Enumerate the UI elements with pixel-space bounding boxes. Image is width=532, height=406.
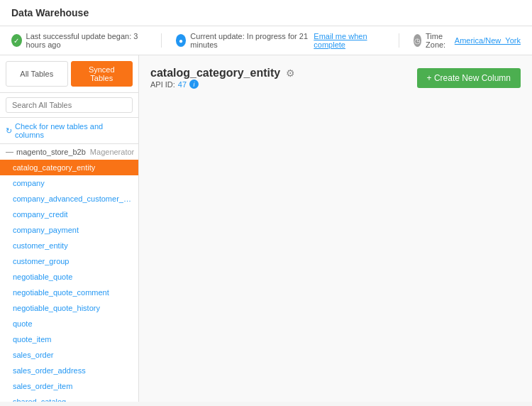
api-id-label: API ID: [150, 80, 175, 89]
timezone-icon: ◷ [414, 34, 421, 47]
sidebar-item-quote[interactable]: quote [0, 316, 138, 331]
status-bar: ✓ Last successful update began: 3 hours … [0, 26, 532, 55]
sidebar-tabs: All Tables Synced Tables [0, 55, 138, 93]
sidebar-item-negotiable-quote[interactable]: negotiable_quote [0, 269, 138, 285]
sidebar-item-customer-group[interactable]: customer_group [0, 253, 138, 269]
check-link-text: Check for new tables and columns [15, 122, 133, 139]
table-title: catalog_category_entity [150, 67, 280, 79]
sidebar-item-sales-order-address[interactable]: sales_order_address [0, 363, 138, 378]
group-name-magento: magento_store_b2b [16, 148, 86, 156]
last-update-status: ✓ Last successful update began: 3 hours … [11, 32, 147, 49]
main-layout: All Tables Synced Tables ↻ Check for new… [0, 55, 532, 402]
sidebar-items: — magento_store_b2b Magenerator catalog_… [0, 144, 138, 402]
sidebar: All Tables Synced Tables ↻ Check for new… [0, 55, 139, 402]
current-update-icon: ● [176, 34, 187, 47]
content-header: catalog_category_entity ⚙ API ID: 47 i +… [150, 67, 521, 89]
api-id-value[interactable]: 47 [178, 80, 187, 89]
main-content: catalog_category_entity ⚙ API ID: 47 i +… [139, 55, 532, 402]
sidebar-item-sales-order-item[interactable]: sales_order_item [0, 378, 138, 394]
sidebar-search-container [0, 93, 138, 118]
sidebar-item-negotiable-quote-comment[interactable]: negotiable_quote_comment [0, 285, 138, 300]
email-link[interactable]: Email me when complete [314, 32, 384, 49]
timezone-label: Time Zone: [426, 32, 450, 49]
search-input[interactable] [6, 97, 133, 113]
app-header: Data Warehouse [0, 0, 532, 26]
current-update-status: ● Current update: In progress for 21 min… [176, 32, 384, 49]
status-divider-2 [399, 33, 399, 48]
sidebar-item-company-credit[interactable]: company_credit [0, 207, 138, 222]
sidebar-item-catalog-category-entity[interactable]: catalog_category_entity [0, 160, 138, 175]
status-divider-1 [161, 33, 162, 48]
timezone-status: ◷ Time Zone: America/New_York [414, 32, 521, 49]
sidebar-item-negotiable-quote-history[interactable]: negotiable_quote_history [0, 300, 138, 316]
sidebar-item-quote-item[interactable]: quote_item [0, 331, 138, 347]
sidebar-item-customer-entity[interactable]: customer_entity [0, 238, 138, 253]
group-collapse-icon[interactable]: — [6, 148, 13, 156]
create-new-column-button[interactable]: + Create New Column [417, 68, 521, 88]
app-title: Data Warehouse [11, 7, 89, 18]
check-new-tables-link[interactable]: ↻ Check for new tables and columns [0, 118, 138, 144]
last-update-text: Last successful update began: 3 hours ag… [26, 32, 147, 49]
content-title-row: catalog_category_entity ⚙ [150, 67, 295, 79]
group-sublabel-magento: Magenerator [90, 148, 134, 156]
refresh-icon: ↻ [6, 126, 12, 136]
sidebar-item-sales-order[interactable]: sales_order [0, 347, 138, 363]
sidebar-item-company-advanced[interactable]: company_advanced_customer_entity [0, 191, 138, 207]
tab-all-tables[interactable]: All Tables [6, 61, 68, 87]
timezone-value[interactable]: America/New_York [455, 36, 521, 45]
last-update-icon: ✓ [11, 34, 22, 47]
sidebar-item-company[interactable]: company [0, 175, 138, 191]
sidebar-item-company-payment[interactable]: company_payment [0, 222, 138, 238]
group-header-magento: — magento_store_b2b Magenerator [0, 144, 138, 160]
settings-icon[interactable]: ⚙ [286, 67, 295, 79]
current-update-text: Current update: In progress for 21 minut… [190, 32, 309, 49]
api-id-row: API ID: 47 i [150, 79, 295, 89]
info-icon[interactable]: i [189, 79, 199, 89]
tab-synced-tables[interactable]: Synced Tables [71, 61, 133, 87]
sidebar-item-shared-catalog[interactable]: shared_catalog [0, 394, 138, 402]
